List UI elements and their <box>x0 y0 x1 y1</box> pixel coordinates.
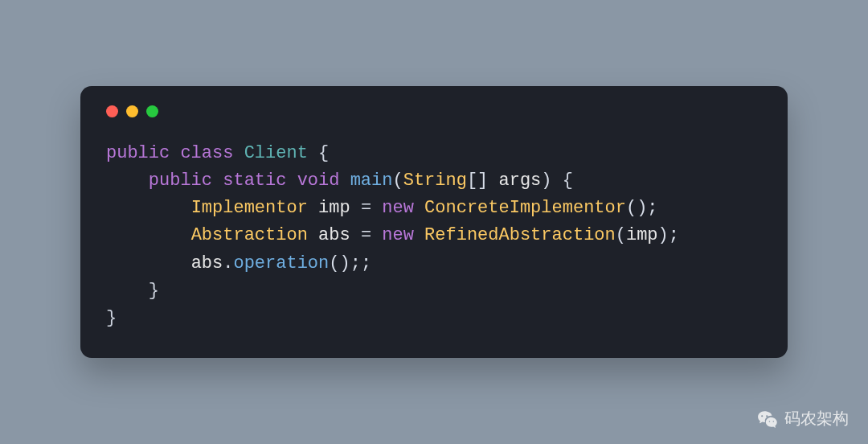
code-token: abs <box>191 253 223 273</box>
code-token: ; <box>350 253 361 273</box>
code-token: = <box>361 198 371 218</box>
window-maximize-button[interactable] <box>146 105 158 117</box>
code-token: ( <box>616 225 626 245</box>
code-token: Implementor <box>191 198 308 218</box>
code-token: class <box>180 143 233 163</box>
code-token: void <box>297 171 340 191</box>
code-token: operation <box>233 253 329 273</box>
code-token: [] <box>467 171 488 191</box>
code-token: ) <box>658 225 669 245</box>
code-token: ConcreteImplementor <box>424 198 626 218</box>
window-minimize-button[interactable] <box>126 105 138 117</box>
code-token <box>414 198 424 218</box>
code-token <box>286 171 297 191</box>
code-token: static <box>223 171 286 191</box>
code-token: new <box>382 198 414 218</box>
code-token: ( <box>329 253 339 273</box>
code-token <box>106 225 191 245</box>
code-token: } <box>149 281 159 301</box>
code-token <box>371 198 382 218</box>
code-token: ( <box>392 171 403 191</box>
code-token <box>488 171 498 191</box>
wechat-icon <box>757 409 778 430</box>
watermark: 码农架构 <box>757 408 849 430</box>
code-token <box>371 225 382 245</box>
code-token <box>106 171 149 191</box>
code-token: public <box>106 143 170 163</box>
code-token <box>212 171 223 191</box>
code-token: { <box>318 143 329 163</box>
code-token: RefinedAbstraction <box>424 225 616 245</box>
code-token: { <box>563 171 573 191</box>
code-token: ( <box>626 198 637 218</box>
code-token: . <box>223 253 233 273</box>
code-window: public class Client { public static void… <box>80 86 788 358</box>
code-token: new <box>382 225 414 245</box>
code-token: main <box>350 171 393 191</box>
code-token: ; <box>647 198 657 218</box>
code-token <box>106 198 191 218</box>
code-token <box>106 253 191 273</box>
code-token <box>308 225 318 245</box>
code-token <box>339 171 350 191</box>
code-token: } <box>106 308 117 328</box>
code-token <box>552 171 563 191</box>
watermark-text: 码农架构 <box>784 408 849 430</box>
code-block: public class Client { public static void… <box>106 140 762 332</box>
code-token: ) <box>541 171 551 191</box>
code-token: ; <box>669 225 679 245</box>
code-token: args <box>499 171 542 191</box>
window-close-button[interactable] <box>106 105 118 117</box>
code-token: imp <box>318 198 350 218</box>
code-token <box>414 225 424 245</box>
code-token <box>308 143 318 163</box>
code-token: public <box>149 171 212 191</box>
code-token <box>233 143 244 163</box>
code-token: Abstraction <box>191 225 308 245</box>
traffic-lights <box>106 105 762 117</box>
code-token: ) <box>637 198 647 218</box>
code-token <box>350 198 361 218</box>
code-token: imp <box>626 225 658 245</box>
code-token: ) <box>339 253 350 273</box>
code-token: = <box>361 225 371 245</box>
code-token <box>350 225 361 245</box>
code-token: Client <box>244 143 308 163</box>
code-token: abs <box>318 225 350 245</box>
code-token <box>308 198 318 218</box>
code-token: ; <box>361 253 371 273</box>
code-token <box>170 143 180 163</box>
code-token <box>106 281 149 301</box>
code-token: String <box>403 171 467 191</box>
